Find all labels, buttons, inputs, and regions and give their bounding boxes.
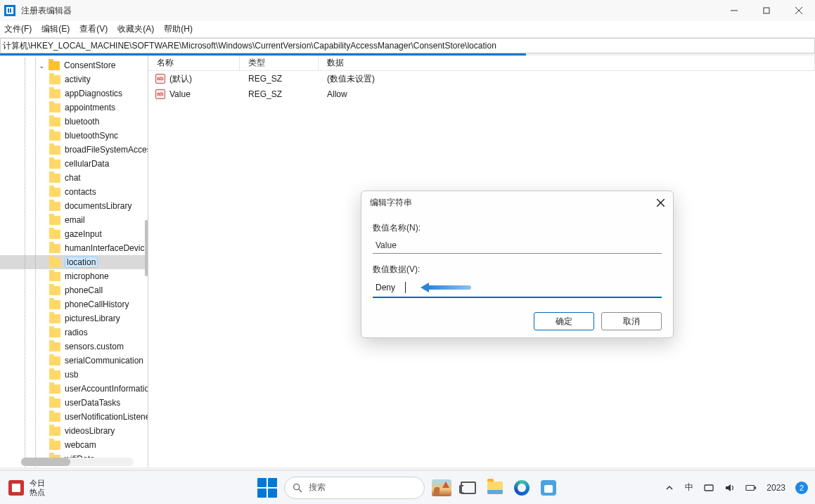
folder-icon	[49, 103, 60, 112]
value-name: Value	[169, 89, 191, 99]
tree-item-contacts[interactable]: contacts	[0, 185, 148, 199]
tree-parent-consentstore[interactable]: ⌄ConsentStore	[0, 58, 148, 72]
tree-item-broadfilesystemaccess[interactable]: broadFileSystemAccess	[0, 143, 148, 157]
value-row[interactable]: (默认)REG_SZ(数值未设置)	[148, 71, 815, 86]
tree-item-sensorscustom[interactable]: sensors.custom	[0, 340, 148, 354]
tree-item-cellulardata[interactable]: cellularData	[0, 157, 148, 171]
tree-item-useraccountinformation[interactable]: userAccountInformation	[0, 382, 148, 396]
tree-item-pictureslibrary[interactable]: picturesLibrary	[0, 311, 148, 325]
menu-edit[interactable]: 编辑(E)	[41, 23, 70, 35]
tree-label: appointments	[65, 103, 115, 112]
folder-icon	[49, 300, 60, 309]
regedit-icon	[4, 5, 15, 16]
value-name-field[interactable]	[373, 237, 662, 254]
clock-text[interactable]: 2023	[766, 483, 785, 493]
tree-label: appDiagnostics	[65, 89, 122, 98]
folder-icon	[49, 89, 60, 98]
string-value-icon	[155, 89, 165, 99]
close-button[interactable]	[783, 0, 815, 21]
value-type: REG_SZ	[248, 74, 282, 84]
network-icon[interactable]	[703, 482, 714, 493]
tree-item-location[interactable]: location	[0, 255, 148, 269]
dialog-titlebar[interactable]: 编辑字符串	[361, 191, 673, 214]
wildlife-widget-icon[interactable]	[432, 478, 451, 498]
svg-rect-8	[705, 485, 713, 491]
tree-item-bluetooth[interactable]: bluetooth	[0, 115, 148, 129]
value-type: REG_SZ	[248, 89, 282, 99]
taskbar-center: 搜索	[257, 477, 558, 499]
tree-item-documentslibrary[interactable]: documentsLibrary	[0, 199, 148, 213]
menu-favorites[interactable]: 收藏夹(A)	[117, 23, 154, 35]
menu-file[interactable]: 文件(F)	[4, 23, 32, 35]
volume-icon[interactable]	[724, 482, 736, 493]
news-icon	[8, 480, 24, 496]
tree-item-gazeinput[interactable]: gazeInput	[0, 227, 148, 241]
string-value-icon	[155, 74, 165, 84]
tree-label: usb	[65, 370, 78, 380]
store-button[interactable]	[539, 478, 558, 498]
tree-label: cellularData	[65, 159, 109, 169]
tree-item-bluetoothsync[interactable]: bluetoothSync	[0, 129, 148, 143]
tree-item-humaninterfacedevice[interactable]: humanInterfaceDevice	[0, 241, 148, 255]
tree-item-videoslibrary[interactable]: videosLibrary	[0, 424, 148, 438]
tree-panel[interactable]: ⌄ConsentStoreactivityappDiagnosticsappoi…	[0, 56, 148, 467]
tree-label: userDataTasks	[65, 398, 120, 408]
notification-badge[interactable]: 2	[795, 482, 808, 494]
taskbar-search[interactable]: 搜索	[284, 477, 425, 499]
tree-item-serialcommunication[interactable]: serialCommunication	[0, 354, 148, 368]
task-view-button[interactable]	[458, 478, 478, 498]
tree-label: userNotificationListener	[65, 412, 148, 422]
tree-item-microphone[interactable]: microphone	[0, 269, 148, 283]
tree-item-email[interactable]: email	[0, 213, 148, 227]
taskbar-widgets[interactable]: 今日 热点	[0, 479, 45, 496]
battery-icon[interactable]	[745, 482, 757, 493]
folder-icon	[49, 370, 60, 380]
folder-icon	[49, 272, 60, 281]
tree-item-usb[interactable]: usb	[0, 368, 148, 382]
tree-item-chat[interactable]: chat	[0, 171, 148, 185]
edge-button[interactable]	[512, 478, 532, 498]
folder-icon	[49, 385, 60, 394]
tree-vertical-scrollbar[interactable]	[145, 220, 148, 276]
tree-label: contacts	[65, 187, 96, 197]
ok-button[interactable]: 确定	[534, 312, 594, 330]
tree-item-phonecallhistory[interactable]: phoneCallHistory	[0, 297, 148, 311]
start-button[interactable]	[257, 478, 277, 498]
tree-label: bluetoothSync	[65, 131, 118, 141]
folder-icon	[49, 441, 60, 450]
folder-icon	[49, 244, 60, 253]
folder-icon	[49, 286, 60, 295]
tree-item-appointments[interactable]: appointments	[0, 101, 148, 115]
dialog-close-button[interactable]	[653, 195, 667, 209]
tree-item-phonecall[interactable]: phoneCall	[0, 283, 148, 297]
tree-item-activity[interactable]: activity	[0, 72, 148, 86]
file-explorer-button[interactable]	[485, 478, 505, 498]
value-row[interactable]: ValueREG_SZAllow	[148, 86, 815, 102]
menu-view[interactable]: 查看(V)	[79, 23, 108, 35]
value-data-field[interactable]	[373, 278, 662, 298]
tree-item-webcam[interactable]: webcam	[0, 438, 148, 452]
tree-label: sensors.custom	[65, 342, 124, 351]
minimize-button[interactable]	[718, 0, 750, 21]
tree-label: videosLibrary	[65, 426, 115, 436]
column-data[interactable]: 数据	[319, 56, 815, 70]
tree-label: documentsLibrary	[65, 201, 131, 211]
tree-item-userdatatasks[interactable]: userDataTasks	[0, 396, 148, 410]
address-bar[interactable]: 计算机\HKEY_LOCAL_MACHINE\SOFTWARE\Microsof…	[0, 38, 815, 53]
ime-indicator[interactable]: 中	[685, 482, 693, 493]
cancel-button[interactable]: 取消	[601, 312, 662, 330]
tree-horizontal-scrollbar[interactable]	[21, 458, 134, 466]
tree-item-radios[interactable]: radios	[0, 325, 148, 340]
column-name[interactable]: 名称	[148, 56, 240, 70]
column-type[interactable]: 类型	[240, 56, 319, 70]
folder-icon	[49, 117, 60, 127]
folder-icon	[49, 202, 60, 211]
tree-label: phoneCall	[65, 285, 103, 295]
value-data: (数值未设置)	[327, 73, 375, 85]
menu-help[interactable]: 帮助(H)	[164, 23, 193, 35]
svg-marker-9	[726, 484, 731, 491]
tray-overflow-icon[interactable]	[664, 482, 675, 493]
tree-item-usernotificationlistener[interactable]: userNotificationListener	[0, 410, 148, 424]
maximize-button[interactable]	[750, 0, 783, 21]
tree-item-appdiagnostics[interactable]: appDiagnostics	[0, 86, 148, 101]
